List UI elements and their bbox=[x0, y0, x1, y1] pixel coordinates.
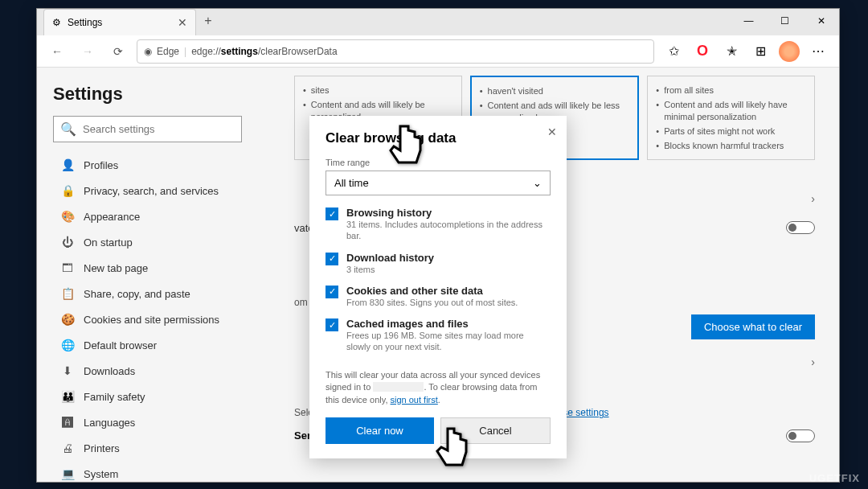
read-aloud-icon[interactable]: ✩ bbox=[661, 39, 686, 64]
back-button[interactable]: ← bbox=[45, 39, 69, 64]
checkbox-icon[interactable]: ✓ bbox=[326, 253, 338, 265]
nav-label: Printers bbox=[84, 442, 120, 454]
sidebar-item-system[interactable]: 💻System bbox=[53, 461, 270, 482]
option-title: Cached images and files bbox=[346, 318, 546, 330]
nav-icon: 🗔 bbox=[61, 261, 74, 274]
search-icon: 🔍 bbox=[60, 121, 76, 137]
refresh-button[interactable]: ⟳ bbox=[106, 39, 130, 64]
nav-icon: 🅰 bbox=[61, 416, 74, 429]
nav-label: Default browser bbox=[84, 339, 157, 351]
page-title: Settings bbox=[53, 84, 270, 105]
new-tab-button[interactable]: + bbox=[196, 9, 220, 33]
chevron-down-icon: ⌄ bbox=[533, 177, 542, 189]
search-input[interactable] bbox=[83, 123, 235, 135]
dialog-title: Clear browsing data bbox=[326, 130, 551, 146]
nav-label: Languages bbox=[84, 417, 135, 429]
more-icon[interactable]: ⋯ bbox=[805, 39, 831, 64]
nav-label: Share, copy, and paste bbox=[84, 288, 190, 300]
nav-label: Privacy, search, and services bbox=[84, 185, 219, 197]
maximize-button[interactable]: ☐ bbox=[767, 9, 803, 33]
nav-icon: 👤 bbox=[61, 158, 74, 171]
profile-avatar[interactable] bbox=[776, 39, 802, 64]
nav-icon: ⬇ bbox=[61, 364, 74, 377]
time-range-label: Time range bbox=[326, 158, 551, 167]
nav-label: Cookies and site permissions bbox=[84, 314, 219, 326]
watermark: UGETFIX bbox=[809, 472, 860, 484]
sidebar-item-cookies-and-site-permissions[interactable]: 🍪Cookies and site permissions bbox=[53, 306, 270, 332]
opera-icon[interactable]: O bbox=[690, 39, 715, 64]
option-desc: 31 items. Includes autocompletions in th… bbox=[346, 219, 546, 242]
sidebar-item-printers[interactable]: 🖨Printers bbox=[53, 435, 270, 461]
sidebar-item-appearance[interactable]: 🎨Appearance bbox=[53, 203, 270, 229]
nav-label: Family safety bbox=[84, 391, 145, 403]
search-box[interactable]: 🔍 bbox=[53, 116, 242, 142]
clear-data-option[interactable]: ✓ Cached images and files Frees up 196 M… bbox=[326, 318, 546, 353]
clear-data-option[interactable]: ✓ Cookies and other site data From 830 s… bbox=[326, 285, 546, 308]
nav-label: Profiles bbox=[84, 159, 118, 171]
sidebar-item-share-copy-and-paste[interactable]: 📋Share, copy, and paste bbox=[53, 281, 270, 306]
nav-label: System bbox=[84, 468, 118, 480]
sidebar-item-privacy-search-and-services[interactable]: 🔒Privacy, search, and services bbox=[53, 178, 270, 203]
option-desc: 3 items bbox=[346, 264, 546, 275]
chevron-right-icon: › bbox=[811, 355, 815, 368]
tab-title: Settings bbox=[68, 17, 102, 28]
clear-data-dialog: ✕ Clear browsing data Time range All tim… bbox=[309, 116, 567, 458]
chevron-right-icon: › bbox=[811, 192, 815, 205]
sidebar-item-languages[interactable]: 🅰Languages bbox=[53, 409, 270, 435]
sidebar-item-downloads[interactable]: ⬇Downloads bbox=[53, 358, 270, 384]
checkbox-icon[interactable]: ✓ bbox=[326, 208, 338, 220]
option-title: Download history bbox=[346, 252, 546, 264]
checkbox-icon[interactable]: ✓ bbox=[326, 286, 338, 298]
clear-now-button[interactable]: Clear now bbox=[326, 417, 434, 444]
nav-icon: 🔒 bbox=[61, 184, 74, 197]
sidebar-item-on-startup[interactable]: ⏻On startup bbox=[53, 229, 270, 255]
collections-icon[interactable]: ⊞ bbox=[747, 39, 773, 64]
tracking-card[interactable]: from all sitesContent and ads will likel… bbox=[647, 76, 815, 160]
address-text: edge://settings/clearBrowserData bbox=[191, 46, 337, 57]
checkbox-icon[interactable]: ✓ bbox=[326, 318, 338, 331]
titlebar: ⚙ Settings ✕ + — ☐ ✕ bbox=[37, 9, 839, 35]
option-title: Cookies and other site data bbox=[346, 285, 546, 297]
nav-icon: ⏻ bbox=[61, 236, 74, 249]
option-desc: From 830 sites. Signs you out of most si… bbox=[346, 297, 546, 308]
forward-button[interactable]: → bbox=[76, 39, 100, 64]
nav-icon: 📋 bbox=[61, 287, 74, 300]
sign-out-link[interactable]: sign out first bbox=[391, 395, 438, 405]
favorites-icon[interactable]: ✭ bbox=[719, 39, 744, 64]
clear-data-option[interactable]: ✓ Browsing history 31 items. Includes au… bbox=[326, 207, 546, 242]
dnt-toggle[interactable] bbox=[786, 429, 815, 442]
nav-label: New tab page bbox=[84, 262, 148, 274]
nav-icon: 🎨 bbox=[61, 210, 74, 223]
sidebar-item-new-tab-page[interactable]: 🗔New tab page bbox=[53, 255, 270, 281]
close-dialog-icon[interactable]: ✕ bbox=[547, 125, 557, 138]
clear-data-option[interactable]: ✓ Download history 3 items bbox=[326, 252, 546, 275]
toggle[interactable] bbox=[786, 221, 815, 234]
nav-icon: 💻 bbox=[61, 467, 74, 480]
browser-window: ⚙ Settings ✕ + — ☐ ✕ ← → ⟳ ◉ Edge | edge… bbox=[36, 8, 840, 483]
nav-icon: 🍪 bbox=[61, 313, 74, 326]
cancel-button[interactable]: Cancel bbox=[440, 417, 551, 444]
address-prefix: Edge bbox=[157, 46, 179, 57]
time-range-select[interactable]: All time ⌄ bbox=[326, 171, 551, 195]
minimize-button[interactable]: — bbox=[731, 9, 767, 33]
nav-icon: 👪 bbox=[61, 390, 74, 403]
nav-icon: 🖨 bbox=[61, 442, 74, 454]
toolbar: ← → ⟳ ◉ Edge | edge://settings/clearBrow… bbox=[37, 35, 839, 68]
gear-icon: ⚙ bbox=[52, 17, 61, 28]
choose-clear-button[interactable]: Choose what to clear bbox=[691, 314, 815, 339]
address-bar[interactable]: ◉ Edge | edge://settings/clearBrowserDat… bbox=[137, 39, 654, 64]
nav-label: On startup bbox=[84, 236, 133, 249]
sidebar-item-family-safety[interactable]: 👪Family safety bbox=[53, 384, 270, 409]
sidebar-item-default-browser[interactable]: 🌐Default browser bbox=[53, 332, 270, 358]
edge-icon: ◉ bbox=[144, 46, 152, 57]
option-desc: Frees up 196 MB. Some sites may load mor… bbox=[346, 330, 546, 353]
time-range-value: All time bbox=[334, 177, 369, 189]
sidebar: Settings 🔍 👤Profiles🔒Privacy, search, an… bbox=[37, 68, 270, 482]
sidebar-item-profiles[interactable]: 👤Profiles bbox=[53, 152, 270, 178]
nav-icon: 🌐 bbox=[61, 339, 74, 351]
browser-tab[interactable]: ⚙ Settings ✕ bbox=[43, 9, 196, 35]
nav-label: Appearance bbox=[84, 211, 140, 223]
sync-note: This will clear your data across all you… bbox=[326, 369, 551, 406]
close-tab-icon[interactable]: ✕ bbox=[178, 16, 187, 29]
close-window-button[interactable]: ✕ bbox=[803, 9, 839, 33]
